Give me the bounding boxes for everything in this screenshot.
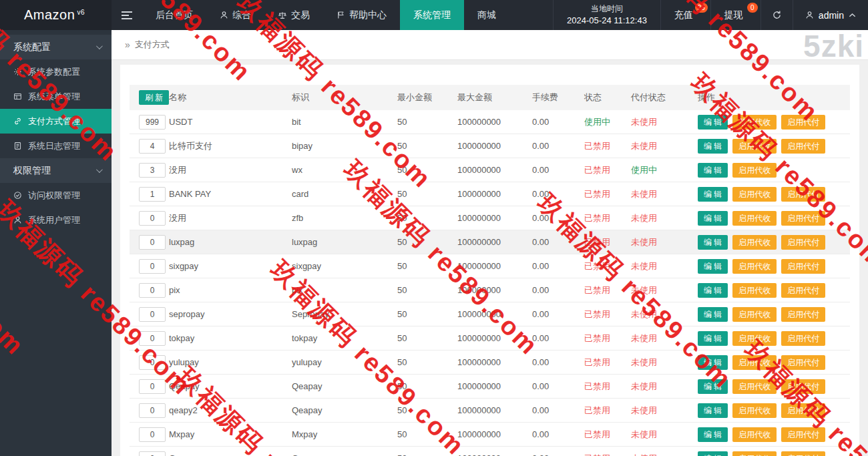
payout-status-badge: 使用中 xyxy=(631,164,698,176)
edit-button[interactable]: 编 辑 xyxy=(698,451,728,456)
max-amount: 100000000 xyxy=(457,381,532,391)
sort-input[interactable] xyxy=(139,187,166,202)
sort-input[interactable] xyxy=(139,331,166,346)
enable-payout-button[interactable]: 启用代付 xyxy=(781,355,825,370)
enable-collect-button[interactable]: 启用代收 xyxy=(732,355,777,370)
enable-collect-button[interactable]: 启用代收 xyxy=(732,283,777,298)
sort-input[interactable] xyxy=(139,235,166,250)
enable-collect-button[interactable]: 启用代收 xyxy=(732,235,777,250)
payment-name: USDT xyxy=(169,117,292,127)
sort-input[interactable] xyxy=(139,259,166,274)
enable-collect-button[interactable]: 启用代收 xyxy=(732,379,777,394)
edit-button[interactable]: 编 辑 xyxy=(698,115,728,130)
edit-button[interactable]: 编 辑 xyxy=(698,355,728,370)
sidebar-item[interactable]: 系统参数配置 xyxy=(0,59,112,84)
edit-button[interactable]: 编 辑 xyxy=(698,163,728,178)
sort-input[interactable] xyxy=(139,283,166,298)
sidebar-item[interactable]: 系统用户管理 xyxy=(0,208,112,232)
enable-payout-button[interactable]: 启用代付 xyxy=(781,427,825,442)
enable-payout-button[interactable]: 启用代付 xyxy=(781,211,825,226)
enable-collect-button[interactable]: 启用代收 xyxy=(732,427,777,442)
sort-input[interactable] xyxy=(139,355,166,370)
enable-collect-button[interactable]: 启用代收 xyxy=(732,211,777,226)
fee: 0.00 xyxy=(532,189,584,199)
user-menu[interactable]: admin xyxy=(793,0,868,30)
edit-button[interactable]: 编 辑 xyxy=(698,307,728,322)
payout-status-badge: 未使用 xyxy=(631,116,698,128)
enable-payout-button[interactable]: 启用代付 xyxy=(781,187,825,202)
local-time-value: 2024-05-24 11:12:43 xyxy=(567,15,647,27)
disable-collect-button[interactable]: 禁用代收 xyxy=(732,115,777,130)
payment-name: Mxpay xyxy=(169,429,292,439)
sidebar-item[interactable]: 系统菜单管理 xyxy=(0,84,112,109)
max-amount: 100000000 xyxy=(457,405,532,415)
payout-status-badge: 未使用 xyxy=(631,405,698,417)
sidebar-group-2[interactable]: 权限管理 xyxy=(0,158,112,183)
enable-payout-button[interactable]: 启用代付 xyxy=(781,139,825,154)
sidebar-item[interactable]: 系统日志管理 xyxy=(0,134,112,158)
sort-input[interactable] xyxy=(139,163,166,178)
enable-payout-button[interactable]: 启用代付 xyxy=(781,379,825,394)
payment-code: card xyxy=(292,189,397,199)
edit-button[interactable]: 编 辑 xyxy=(698,259,728,274)
topnav-item-5[interactable]: 系统管理 xyxy=(400,0,464,30)
edit-button[interactable]: 编 辑 xyxy=(698,427,728,442)
edit-button[interactable]: 编 辑 xyxy=(698,403,728,418)
enable-collect-button[interactable]: 启用代收 xyxy=(732,451,777,456)
topnav-item-1[interactable]: 后台首页 xyxy=(142,0,206,30)
fee: 0.00 xyxy=(532,405,584,415)
enable-collect-button[interactable]: 启用代收 xyxy=(732,307,777,322)
topnav-item-2[interactable]: 综合 xyxy=(206,0,264,30)
sort-input[interactable] xyxy=(139,403,166,418)
row-actions: 编 辑启用代收 xyxy=(698,163,850,178)
sort-input[interactable] xyxy=(139,307,166,322)
sidebar-item[interactable]: 访问权限管理 xyxy=(0,183,112,208)
edit-button[interactable]: 编 辑 xyxy=(698,379,728,394)
fee: 0.00 xyxy=(532,117,584,127)
sort-input[interactable] xyxy=(139,115,166,130)
enable-payout-button[interactable]: 启用代付 xyxy=(781,235,825,250)
top-navigation: 后台首页综合交易帮助中心系统管理商城 xyxy=(142,0,509,30)
enable-collect-button[interactable]: 启用代收 xyxy=(732,331,777,346)
enable-payout-button[interactable]: 启用代付 xyxy=(781,307,825,322)
enable-payout-button[interactable]: 启用代付 xyxy=(781,115,825,130)
edit-button[interactable]: 编 辑 xyxy=(698,187,728,202)
enable-collect-button[interactable]: 启用代收 xyxy=(732,139,777,154)
withdraw-link[interactable]: 提现 0 xyxy=(711,0,761,30)
enable-payout-button[interactable]: 启用代付 xyxy=(781,451,825,456)
edit-button[interactable]: 编 辑 xyxy=(698,139,728,154)
min-amount: 50 xyxy=(397,309,457,319)
topnav-item-3[interactable]: 交易 xyxy=(264,0,323,30)
local-time-label: 当地时间 xyxy=(567,3,647,15)
enable-payout-button[interactable]: 启用代付 xyxy=(781,259,825,274)
row-actions: 编 辑启用代收启用代付 xyxy=(698,403,850,418)
enable-payout-button[interactable]: 启用代付 xyxy=(781,331,825,346)
sort-input[interactable] xyxy=(139,379,166,394)
enable-payout-button[interactable]: 启用代付 xyxy=(781,403,825,418)
refresh-button[interactable]: 刷 新 xyxy=(139,90,169,105)
edit-button[interactable]: 编 辑 xyxy=(698,211,728,226)
sort-input[interactable] xyxy=(139,139,166,154)
enable-collect-button[interactable]: 启用代收 xyxy=(732,403,777,418)
min-amount: 50 xyxy=(397,333,457,343)
sort-input[interactable] xyxy=(139,451,166,456)
recharge-link[interactable]: 充值 26 xyxy=(661,0,711,30)
col-status: 状态 xyxy=(584,91,631,103)
topnav-item-4[interactable]: 帮助中心 xyxy=(323,0,400,30)
clear-cache-icon[interactable] xyxy=(761,0,793,30)
topnav-item-6[interactable]: 商城 xyxy=(464,0,509,30)
enable-collect-button[interactable]: 启用代收 xyxy=(732,163,777,178)
sidebar-group-1[interactable]: 系统配置 xyxy=(0,35,112,59)
sort-input[interactable] xyxy=(139,211,166,226)
enable-payout-button[interactable]: 启用代付 xyxy=(781,283,825,298)
topnav-item-label: 后台首页 xyxy=(156,9,193,21)
enable-collect-button[interactable]: 启用代收 xyxy=(732,259,777,274)
edit-button[interactable]: 编 辑 xyxy=(698,331,728,346)
edit-button[interactable]: 编 辑 xyxy=(698,235,728,250)
sidebar-item[interactable]: 支付方式管理 xyxy=(0,109,112,134)
edit-button[interactable]: 编 辑 xyxy=(698,283,728,298)
sidebar-toggle-icon[interactable] xyxy=(112,0,142,30)
sort-input[interactable] xyxy=(139,427,166,442)
enable-collect-button[interactable]: 启用代收 xyxy=(732,187,777,202)
payment-code: G xyxy=(292,453,397,456)
